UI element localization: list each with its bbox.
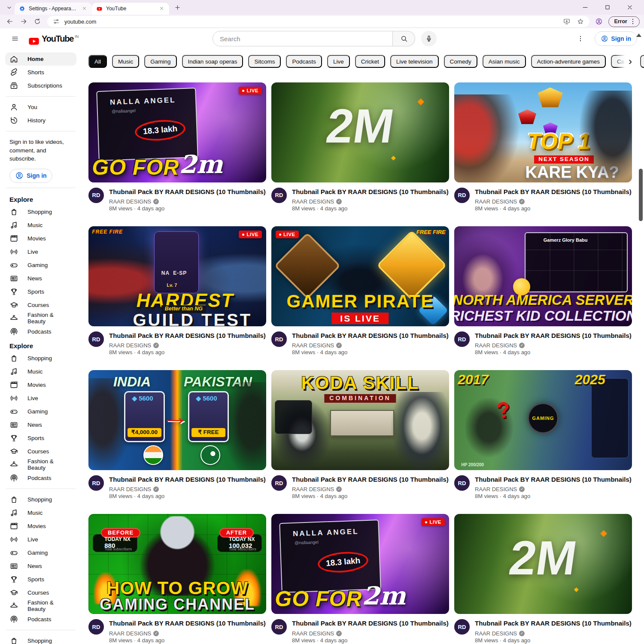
channel-name[interactable]: RAAR DESIGNS xyxy=(109,198,151,205)
channel-avatar[interactable]: RD xyxy=(88,331,104,347)
install-icon[interactable] xyxy=(563,18,571,25)
filter-chip-asian-music[interactable]: Asian music xyxy=(483,55,526,68)
sidebar-item-news[interactable]: News xyxy=(5,559,76,573)
channel-avatar[interactable]: RD xyxy=(454,475,470,491)
sidebar-item-movies[interactable]: Movies xyxy=(5,378,76,392)
channel-name[interactable]: RAAR DESIGNS xyxy=(292,342,334,349)
sidebar-item-podcasts[interactable]: Podcasts xyxy=(5,471,76,485)
channel-avatar[interactable]: RD xyxy=(271,619,287,635)
sidebar-item-live[interactable]: Live xyxy=(5,245,76,258)
sidebar-item-courses[interactable]: Courses xyxy=(5,445,76,458)
channel-row[interactable]: RAAR DESIGNS✓ xyxy=(109,486,266,492)
filter-chip-podcasts[interactable]: Podcasts xyxy=(286,55,322,68)
video-thumbnail-top1[interactable]: TOP 1NEXT SEASONKARE KYA? xyxy=(454,82,632,182)
channel-name[interactable]: RAAR DESIGNS xyxy=(475,198,517,205)
voice-search-button[interactable] xyxy=(421,31,437,46)
filter-chip-live-television[interactable]: Live television xyxy=(390,55,439,68)
new-tab-button[interactable] xyxy=(172,2,183,13)
sidebar-item-subscriptions[interactable]: Subscriptions xyxy=(5,79,76,92)
sidebar-item-fashion-beauty[interactable]: Fashion & Beauty xyxy=(5,312,76,325)
channel-row[interactable]: RAAR DESIGNS✓ xyxy=(109,630,266,637)
sidebar-item-fashion-beauty[interactable]: Fashion & Beauty xyxy=(5,458,76,471)
filter-chip-gaming[interactable]: Gaming xyxy=(144,55,176,68)
guide-menu-button[interactable] xyxy=(7,30,23,47)
signin-button[interactable]: Sign in xyxy=(595,31,637,46)
channel-name[interactable]: RAAR DESIGNS xyxy=(292,486,334,492)
browser-profile-icon[interactable] xyxy=(594,16,604,27)
sidebar-signin-button[interactable]: Sign in xyxy=(9,169,52,183)
minimize-button[interactable] xyxy=(580,2,591,13)
channel-name[interactable]: RAAR DESIGNS xyxy=(292,630,334,637)
channel-row[interactable]: RAAR DESIGNS✓ xyxy=(475,630,632,637)
video-title[interactable]: Thubnail Pack BY RAAR DESIGNS (10 Thumbn… xyxy=(292,475,449,484)
tab-close-icon[interactable] xyxy=(159,6,165,12)
browser-tab-1[interactable]: Settings - Appearance xyxy=(15,3,92,15)
channel-avatar[interactable]: RD xyxy=(454,331,470,347)
sidebar-item-sports[interactable]: Sports xyxy=(5,573,76,586)
video-thumbnail-go2m[interactable]: NALLA ANGEL@nallaangel18.3 lakhGO FOR2mL… xyxy=(88,82,266,182)
channel-name[interactable]: RAAR DESIGNS xyxy=(475,486,517,492)
video-title[interactable]: Thubnail Pack BY RAAR DESIGNS (10 Thumbn… xyxy=(292,331,449,340)
sidebar-item-sports[interactable]: Sports xyxy=(5,285,76,298)
sidebar-item-music[interactable]: Music xyxy=(5,219,76,232)
filter-chip-all[interactable]: All xyxy=(88,55,107,68)
video-title[interactable]: Thubnail Pack BY RAAR DESIGNS (10 Thumbn… xyxy=(292,619,449,628)
sidebar-item-movies[interactable]: Movies xyxy=(5,232,76,245)
sidebar-item-news[interactable]: News xyxy=(5,418,76,431)
sidebar-item-sports[interactable]: Sports xyxy=(5,431,76,445)
channel-name[interactable]: RAAR DESIGNS xyxy=(109,342,151,349)
sidebar-item-shopping[interactable]: Shopping xyxy=(5,634,76,644)
video-thumbnail-go2m[interactable]: NALLA ANGEL@nallaangel18.3 lakhGO FOR2mL… xyxy=(271,514,449,614)
channel-avatar[interactable]: RD xyxy=(88,475,104,491)
address-bar[interactable]: youtube.com xyxy=(47,16,589,27)
channel-avatar[interactable]: RD xyxy=(454,188,470,203)
channel-avatar[interactable]: RD xyxy=(88,188,104,203)
sidebar-item-music[interactable]: Music xyxy=(5,365,76,378)
tab-close-icon[interactable] xyxy=(82,6,88,12)
video-title[interactable]: Thubnail Pack BY RAAR DESIGNS (10 Thumbn… xyxy=(475,475,632,484)
reload-button[interactable] xyxy=(32,16,43,27)
channel-row[interactable]: RAAR DESIGNS✓ xyxy=(292,630,449,637)
sidebar-item-shopping[interactable]: Shopping xyxy=(5,205,76,219)
channel-avatar[interactable]: RD xyxy=(271,188,287,203)
channel-row[interactable]: RAAR DESIGNS✓ xyxy=(475,486,632,492)
channel-row[interactable]: RAAR DESIGNS✓ xyxy=(475,342,632,349)
search-input[interactable] xyxy=(220,35,386,43)
video-title[interactable]: Thubnail Pack BY RAAR DESIGNS (10 Thumbn… xyxy=(475,188,632,196)
close-window-button[interactable] xyxy=(624,2,635,13)
video-title[interactable]: Thubnail Pack BY RAAR DESIGNS (10 Thumbn… xyxy=(109,619,266,628)
video-title[interactable]: Thubnail Pack BY RAAR DESIGNS (10 Thumbn… xyxy=(292,188,449,196)
maximize-button[interactable] xyxy=(602,2,613,13)
video-title[interactable]: Thubnail Pack BY RAAR DESIGNS (10 Thumbn… xyxy=(109,331,266,340)
video-thumbnail-y2025[interactable]: 20172025?GAMINGHP 200/200 xyxy=(454,370,632,470)
video-title[interactable]: Thubnail Pack BY RAAR DESIGNS (10 Thumbn… xyxy=(475,331,632,340)
site-settings-icon[interactable] xyxy=(52,18,60,25)
youtube-logo[interactable]: YouTube IN xyxy=(27,34,79,44)
channel-name[interactable]: RAAR DESIGNS xyxy=(292,198,334,205)
video-thumbnail-richest[interactable]: Gamerz Glory BabuNORTH AMERICA SERVERRIC… xyxy=(454,226,632,326)
sidebar-item-gaming[interactable]: Gaming xyxy=(5,405,76,418)
sidebar-item-shorts[interactable]: Shorts xyxy=(5,66,76,79)
sidebar-item-news[interactable]: News xyxy=(5,272,76,285)
video-thumbnail-pirate[interactable]: FREE FIREGAMER PIRATEIS LIVELIVE xyxy=(271,226,449,326)
channel-name[interactable]: RAAR DESIGNS xyxy=(475,342,517,349)
browser-menu-icon[interactable] xyxy=(629,18,637,25)
filter-chip-live[interactable]: Live xyxy=(327,55,350,68)
channel-row[interactable]: RAAR DESIGNS✓ xyxy=(292,486,449,492)
sidebar-item-movies[interactable]: Movies xyxy=(5,519,76,533)
video-thumbnail-peacock[interactable]: 2M xyxy=(271,82,449,182)
sidebar-item-shopping[interactable]: Shopping xyxy=(5,493,76,506)
channel-row[interactable]: RAAR DESIGNS✓ xyxy=(475,198,632,205)
browser-error-button[interactable]: Error xyxy=(608,16,640,27)
chips-scroll-right-button[interactable]: › xyxy=(616,54,636,69)
video-title[interactable]: Thubnail Pack BY RAAR DESIGNS (10 Thumbn… xyxy=(109,188,266,196)
channel-row[interactable]: RAAR DESIGNS✓ xyxy=(109,198,266,205)
channel-avatar[interactable]: RD xyxy=(271,331,287,347)
filter-chip-information[interactable]: Information xyxy=(640,55,644,68)
scrollbar-up-arrow[interactable] xyxy=(636,33,641,37)
sidebar-item-courses[interactable]: Courses xyxy=(5,298,76,312)
sidebar-item-podcasts[interactable]: Podcasts xyxy=(5,325,76,338)
sidebar-item-courses[interactable]: Courses xyxy=(5,586,76,599)
filter-chip-comedy[interactable]: Comedy xyxy=(444,55,477,68)
video-title[interactable]: Thubnail Pack BY RAAR DESIGNS (10 Thumbn… xyxy=(475,619,632,628)
